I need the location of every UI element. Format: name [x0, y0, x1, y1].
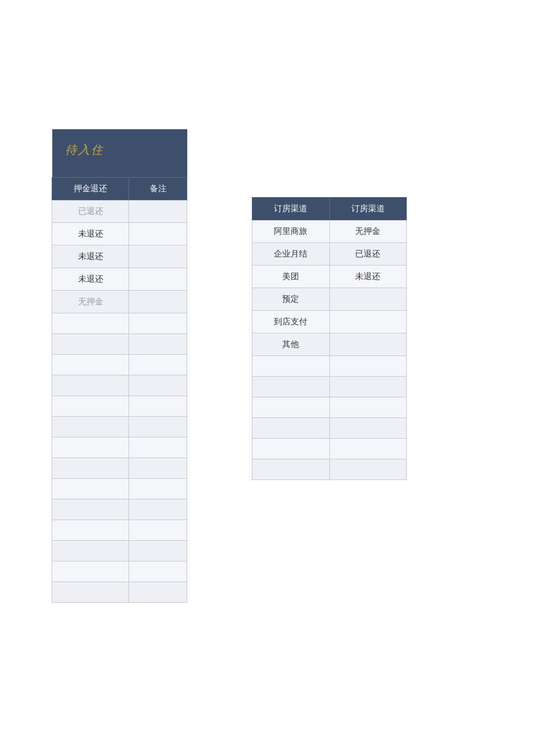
left-table-row [52, 499, 187, 520]
left-deposit-cell [52, 396, 129, 417]
right-channel-cell [252, 418, 330, 439]
right-deposit-status-cell: 无押金 [329, 220, 407, 243]
left-remark-cell [129, 334, 187, 355]
left-table-title: 待入住 [52, 129, 187, 178]
right-table-row [252, 459, 407, 480]
left-remark-cell [129, 520, 187, 541]
right-channel-cell: 预定 [252, 288, 330, 311]
left-deposit-cell [52, 541, 129, 562]
left-table: 待入住押金退还备注已退还未退还未退还未退还无押金 [52, 129, 187, 603]
left-deposit-cell: 未退还 [52, 246, 129, 268]
left-table-row: 无押金 [52, 291, 187, 313]
left-remark-cell [129, 541, 187, 562]
right-channel-cell: 到店支付 [252, 311, 330, 333]
left-table-row [52, 562, 187, 582]
right-channel-cell [252, 356, 330, 377]
left-table-row [52, 479, 187, 499]
right-deposit-status-cell [329, 397, 407, 418]
left-deposit-cell [52, 355, 129, 375]
right-table-row: 其他 [252, 333, 407, 356]
left-deposit-cell [52, 458, 129, 479]
right-table-row [252, 356, 407, 377]
left-table-col-header-0: 押金退还 [52, 178, 129, 200]
left-remark-cell [129, 223, 187, 246]
left-remark-cell [129, 375, 187, 396]
left-deposit-cell [52, 562, 129, 582]
right-table-row: 企业月结已退还 [252, 243, 407, 266]
right-channel-cell: 阿里商旅 [252, 220, 330, 243]
left-deposit-cell [52, 479, 129, 499]
left-table-row: 未退还 [52, 223, 187, 246]
right-deposit-status-cell: 未退还 [329, 266, 407, 288]
right-table-row: 预定 [252, 288, 407, 311]
right-channel-cell: 美团 [252, 266, 330, 288]
left-table-wrapper: 待入住押金退还备注已退还未退还未退还未退还无押金 [52, 129, 187, 603]
right-deposit-status-cell [329, 439, 407, 459]
page-container: 待入住押金退还备注已退还未退还未退还未退还无押金 订房渠道订房渠道阿里商旅无押金… [0, 0, 534, 756]
right-deposit-status-cell [329, 311, 407, 333]
left-table-row [52, 334, 187, 355]
left-deposit-cell [52, 375, 129, 396]
left-deposit-cell [52, 417, 129, 437]
content-area: 待入住押金退还备注已退还未退还未退还未退还无押金 订房渠道订房渠道阿里商旅无押金… [52, 129, 508, 603]
left-table-row: 未退还 [52, 268, 187, 291]
left-table-row: 已退还 [52, 200, 187, 223]
left-table-row [52, 541, 187, 562]
right-table-row [252, 439, 407, 459]
right-channel-cell: 其他 [252, 333, 330, 356]
right-table-col-header-0: 订房渠道 [252, 198, 330, 220]
right-table-row: 阿里商旅无押金 [252, 220, 407, 243]
left-remark-cell [129, 268, 187, 291]
right-table: 订房渠道订房渠道阿里商旅无押金企业月结已退还美团未退还预定到店支付其他 [252, 197, 407, 480]
right-table-row: 美团未退还 [252, 266, 407, 288]
right-table-row [252, 397, 407, 418]
left-table-col-header-1: 备注 [129, 178, 187, 200]
left-table-row [52, 355, 187, 375]
left-table-row [52, 396, 187, 417]
left-remark-cell [129, 396, 187, 417]
left-remark-cell [129, 458, 187, 479]
left-deposit-cell: 无押金 [52, 291, 129, 313]
left-deposit-cell: 未退还 [52, 223, 129, 246]
left-deposit-cell [52, 437, 129, 458]
left-table-row [52, 520, 187, 541]
right-channel-cell [252, 397, 330, 418]
right-table-row: 到店支付 [252, 311, 407, 333]
left-deposit-cell [52, 499, 129, 520]
left-deposit-cell [52, 313, 129, 334]
left-remark-cell [129, 417, 187, 437]
left-remark-cell [129, 479, 187, 499]
left-deposit-cell [52, 334, 129, 355]
left-deposit-cell: 未退还 [52, 268, 129, 291]
left-remark-cell [129, 246, 187, 268]
left-remark-cell [129, 200, 187, 223]
right-deposit-status-cell [329, 418, 407, 439]
right-table-row [252, 418, 407, 439]
left-table-row [52, 313, 187, 334]
left-remark-cell [129, 562, 187, 582]
right-table-col-header-1: 订房渠道 [329, 198, 407, 220]
right-deposit-status-cell [329, 356, 407, 377]
right-channel-cell [252, 459, 330, 480]
right-deposit-status-cell: 已退还 [329, 243, 407, 266]
left-remark-cell [129, 499, 187, 520]
right-channel-cell: 企业月结 [252, 243, 330, 266]
left-table-row: 未退还 [52, 246, 187, 268]
left-table-row [52, 458, 187, 479]
left-remark-cell [129, 582, 187, 603]
left-deposit-cell [52, 582, 129, 603]
left-remark-cell [129, 437, 187, 458]
left-table-row [52, 582, 187, 603]
left-table-row [52, 417, 187, 437]
right-deposit-status-cell [329, 333, 407, 356]
left-remark-cell [129, 313, 187, 334]
right-table-row [252, 377, 407, 397]
right-table-wrapper: 订房渠道订房渠道阿里商旅无押金企业月结已退还美团未退还预定到店支付其他 [252, 197, 407, 480]
left-deposit-cell [52, 520, 129, 541]
left-table-row [52, 437, 187, 458]
right-channel-cell [252, 377, 330, 397]
right-deposit-status-cell [329, 377, 407, 397]
right-deposit-status-cell [329, 288, 407, 311]
left-remark-cell [129, 291, 187, 313]
right-deposit-status-cell [329, 459, 407, 480]
